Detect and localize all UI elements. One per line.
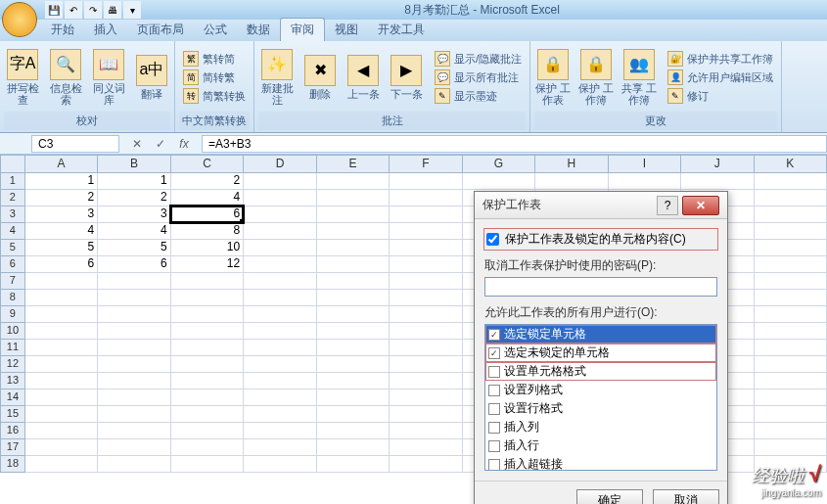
cell[interactable] xyxy=(390,273,462,290)
cell[interactable] xyxy=(317,406,390,423)
column-header[interactable]: G xyxy=(463,155,535,173)
cell[interactable] xyxy=(244,373,316,389)
cell[interactable] xyxy=(390,306,462,323)
cell[interactable] xyxy=(390,406,462,423)
cell[interactable]: 8 xyxy=(171,223,244,240)
row-header[interactable]: 7 xyxy=(0,273,25,290)
cell[interactable] xyxy=(755,290,827,306)
cell[interactable] xyxy=(171,323,244,340)
tab-视图[interactable]: 视图 xyxy=(325,19,368,41)
row-header[interactable]: 17 xyxy=(0,439,25,456)
office-button[interactable] xyxy=(2,2,37,37)
row-header[interactable]: 11 xyxy=(0,340,25,356)
cell[interactable] xyxy=(755,173,827,190)
cell[interactable] xyxy=(317,240,390,256)
research-button[interactable]: 🔍信息检索 xyxy=(47,49,84,106)
cell[interactable] xyxy=(25,340,98,356)
cell[interactable] xyxy=(390,190,462,206)
cell[interactable] xyxy=(390,223,462,240)
row-header[interactable]: 10 xyxy=(0,323,25,340)
cell[interactable] xyxy=(171,406,244,423)
cell[interactable] xyxy=(390,439,462,456)
column-header[interactable]: I xyxy=(609,155,681,173)
protect-workbook-button[interactable]: 🔒保护 工作簿 xyxy=(577,49,615,106)
tab-审阅[interactable]: 审阅 xyxy=(280,18,325,41)
cell[interactable] xyxy=(390,423,462,439)
cell[interactable] xyxy=(171,356,244,373)
cell[interactable] xyxy=(317,223,390,240)
track-changes-button[interactable]: ✎修订 xyxy=(664,87,777,105)
cell[interactable] xyxy=(755,373,827,389)
row-header[interactable]: 1 xyxy=(0,173,25,190)
cell[interactable] xyxy=(171,306,244,323)
cell[interactable] xyxy=(755,306,827,323)
cell[interactable] xyxy=(25,406,98,423)
cell[interactable] xyxy=(535,173,608,190)
column-header[interactable]: C xyxy=(171,155,244,173)
cell[interactable] xyxy=(244,406,316,423)
show-hide-comment-button[interactable]: 💬显示/隐藏批注 xyxy=(431,50,526,68)
cell[interactable]: 5 xyxy=(25,240,98,256)
cell[interactable] xyxy=(317,340,390,356)
undo-icon[interactable]: ↶ xyxy=(65,1,82,19)
cell[interactable]: 2 xyxy=(98,190,170,206)
cell[interactable] xyxy=(98,373,170,389)
checkbox-icon[interactable] xyxy=(488,440,500,452)
permissions-listbox[interactable]: ✓选定锁定单元格✓选定未锁定的单元格设置单元格格式设置列格式设置行格式插入列插入… xyxy=(484,324,717,471)
cell[interactable] xyxy=(98,423,170,439)
checkbox-icon[interactable]: ✓ xyxy=(488,329,500,341)
cancel-button[interactable]: 取消 xyxy=(653,489,719,504)
row-header[interactable]: 9 xyxy=(0,306,25,323)
cell[interactable] xyxy=(244,356,316,373)
protect-contents-checkbox[interactable]: 保护工作表及锁定的单元格内容(C) xyxy=(484,229,717,250)
prev-comment-button[interactable]: ◀上一条 xyxy=(345,55,382,100)
cell[interactable] xyxy=(317,373,390,389)
cell[interactable] xyxy=(390,356,462,373)
cell[interactable] xyxy=(25,389,98,406)
cell[interactable] xyxy=(755,323,827,340)
cell[interactable] xyxy=(317,323,390,340)
cell[interactable] xyxy=(98,456,170,473)
cell[interactable]: 12 xyxy=(171,256,244,273)
chinese-convert-button[interactable]: 转简繁转换 xyxy=(179,87,250,105)
permission-item[interactable]: ✓选定锁定单元格 xyxy=(485,325,716,344)
show-ink-button[interactable]: ✎显示墨迹 xyxy=(431,87,526,105)
checkbox-icon[interactable] xyxy=(488,366,500,378)
print-icon[interactable]: 🖶 xyxy=(104,1,121,19)
password-input[interactable] xyxy=(484,277,717,297)
cell[interactable]: 1 xyxy=(25,173,98,190)
cell[interactable] xyxy=(98,273,170,290)
cell[interactable] xyxy=(317,273,390,290)
cell[interactable] xyxy=(171,456,244,473)
cell[interactable] xyxy=(25,273,98,290)
protect-share-button[interactable]: 🔐保护并共享工作簿 xyxy=(664,50,777,68)
cancel-icon[interactable]: ✕ xyxy=(129,137,145,151)
simp-to-trad-button[interactable]: 简简转繁 xyxy=(179,69,250,86)
cell[interactable] xyxy=(98,356,170,373)
column-header[interactable]: H xyxy=(535,155,608,173)
column-header[interactable]: E xyxy=(317,155,390,173)
cell[interactable] xyxy=(390,256,462,273)
cell[interactable] xyxy=(317,290,390,306)
cell[interactable] xyxy=(98,389,170,406)
dialog-close-button[interactable]: ✕ xyxy=(682,196,719,215)
cell[interactable] xyxy=(317,190,390,206)
spellcheck-button[interactable]: 字A拼写检查 xyxy=(4,49,41,106)
cell[interactable] xyxy=(244,240,316,256)
cell[interactable] xyxy=(390,240,462,256)
tab-数据[interactable]: 数据 xyxy=(237,19,280,41)
cell[interactable] xyxy=(317,173,390,190)
select-all-corner[interactable] xyxy=(0,155,25,173)
row-header[interactable]: 15 xyxy=(0,406,25,423)
tab-开始[interactable]: 开始 xyxy=(41,19,84,41)
trad-to-simp-button[interactable]: 繁繁转简 xyxy=(179,50,250,68)
cell[interactable] xyxy=(244,340,316,356)
permission-item[interactable]: 设置列格式 xyxy=(485,381,716,399)
cell[interactable] xyxy=(755,389,827,406)
name-box[interactable]: C3 xyxy=(31,135,119,153)
row-header[interactable]: 13 xyxy=(0,373,25,389)
cell[interactable] xyxy=(25,423,98,439)
checkbox-icon[interactable] xyxy=(488,459,500,471)
cell[interactable] xyxy=(25,439,98,456)
cell[interactable] xyxy=(171,373,244,389)
